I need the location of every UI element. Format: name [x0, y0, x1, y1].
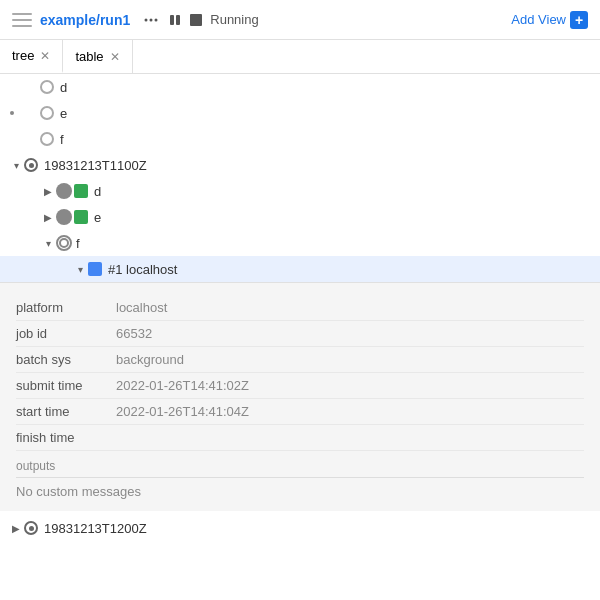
job-status-square — [88, 262, 102, 276]
tab-tree-close[interactable]: ✕ — [40, 49, 50, 63]
task-status-circle — [56, 209, 72, 225]
chevron-right-icon[interactable]: ▶ — [40, 209, 56, 225]
cycle-1-task-f[interactable]: ▾ f — [0, 230, 600, 256]
menu-icon[interactable] — [12, 13, 32, 27]
svg-point-0 — [145, 18, 148, 21]
cycle-status-icon — [24, 158, 38, 172]
chevron-down-icon[interactable]: ▾ — [40, 235, 56, 251]
detail-finish-time: finish time — [16, 425, 584, 451]
task-status-running — [56, 235, 72, 251]
chevron-down-icon[interactable]: ▾ — [72, 261, 88, 277]
details-panel: platform localhost job id 66532 batch sy… — [0, 282, 600, 511]
menu-dots-icon[interactable] — [142, 11, 160, 29]
detail-platform: platform localhost — [16, 295, 584, 321]
status-circle-d-top — [40, 80, 54, 94]
task-label: d — [94, 184, 101, 199]
status-text: Running — [210, 12, 258, 27]
cycle-1-timestamp: 19831213T1100Z — [44, 158, 147, 173]
detail-batch-sys: batch sys background — [16, 347, 584, 373]
detail-key-submit-time: submit time — [16, 378, 116, 393]
detail-key-platform: platform — [16, 300, 116, 315]
tree-item-top-f[interactable]: f — [0, 126, 600, 152]
item-label: f — [60, 132, 64, 147]
add-view-button[interactable]: Add View + — [511, 11, 588, 29]
detail-submit-time: submit time 2022-01-26T14:41:02Z — [16, 373, 584, 399]
detail-job-id: job id 66532 — [16, 321, 584, 347]
item-label: d — [60, 80, 67, 95]
svg-rect-3 — [170, 15, 174, 25]
svg-rect-4 — [176, 15, 180, 25]
cycle-2-timestamp: 19831213T1200Z — [44, 521, 147, 536]
cycle-1-task-e[interactable]: ▶ e — [0, 204, 600, 230]
content-area: d e f ▾ 19831213T1100Z ▶ d ▶ e ▾ f ▾ — [0, 74, 600, 597]
tree-item-top-d[interactable]: d — [0, 74, 600, 100]
detail-key-finish-time: finish time — [16, 430, 116, 445]
task-status-square — [74, 210, 88, 224]
no-messages-text: No custom messages — [16, 484, 584, 499]
header-controls — [142, 11, 202, 29]
chevron-right-icon[interactable]: ▶ — [40, 183, 56, 199]
detail-key-start-time: start time — [16, 404, 116, 419]
cycle-1-header[interactable]: ▾ 19831213T1100Z — [0, 152, 600, 178]
chevron-down-icon[interactable]: ▾ — [8, 157, 24, 173]
cycle-1-task-d[interactable]: ▶ d — [0, 178, 600, 204]
stop-icon[interactable] — [190, 14, 202, 26]
run-title: example/run1 — [40, 12, 130, 28]
detail-value-job-id: 66532 — [116, 326, 152, 341]
outputs-header: outputs — [16, 459, 584, 478]
job-label: #1 localhost — [108, 262, 177, 277]
tab-tree[interactable]: tree ✕ — [0, 40, 63, 73]
detail-value-platform: localhost — [116, 300, 167, 315]
svg-point-2 — [155, 18, 158, 21]
add-view-icon: + — [570, 11, 588, 29]
tree-item-top-e[interactable]: e — [0, 100, 600, 126]
detail-key-job-id: job id — [16, 326, 116, 341]
task-label: e — [94, 210, 101, 225]
tabs-bar: tree ✕ table ✕ — [0, 40, 600, 74]
cycle-2-status-icon — [24, 521, 38, 535]
detail-value-submit-time: 2022-01-26T14:41:02Z — [116, 378, 249, 393]
header: example/run1 Running Add View + — [0, 0, 600, 40]
status-circle-f-top — [40, 132, 54, 146]
status-circle-e-top — [40, 106, 54, 120]
task-status-circle — [56, 183, 72, 199]
detail-value-start-time: 2022-01-26T14:41:04Z — [116, 404, 249, 419]
task-status-square — [74, 184, 88, 198]
tab-table[interactable]: table ✕ — [63, 40, 132, 73]
pause-icon[interactable] — [166, 11, 184, 29]
chevron-right-icon[interactable]: ▶ — [8, 520, 24, 536]
task-label: f — [76, 236, 80, 251]
detail-value-batch-sys: background — [116, 352, 184, 367]
svg-point-1 — [150, 18, 153, 21]
item-label: e — [60, 106, 67, 121]
tab-table-close[interactable]: ✕ — [110, 50, 120, 64]
job-1-localhost[interactable]: ▾ #1 localhost — [0, 256, 600, 282]
detail-key-batch-sys: batch sys — [16, 352, 116, 367]
cycle-2-header[interactable]: ▶ 19831213T1200Z — [0, 515, 600, 541]
detail-start-time: start time 2022-01-26T14:41:04Z — [16, 399, 584, 425]
